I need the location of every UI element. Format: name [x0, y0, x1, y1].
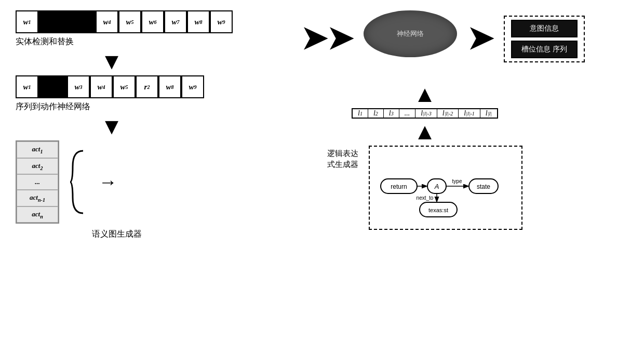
- label-semantic-gen: 语义图生成器: [26, 229, 208, 240]
- logic-graph-svg: return A state texas:st type: [378, 153, 513, 221]
- logic-graph: return A state texas:st type: [369, 146, 522, 230]
- logic-sequence: l1 l2 l3 ... l|l|-3 l|l|-2 l|l|-1 l|l|: [352, 108, 498, 119]
- seq-cell-r2b: r2: [136, 75, 158, 98]
- seq-cell-w4b: w4: [90, 75, 113, 98]
- output-intent: 意图信息: [511, 20, 578, 37]
- svg-text:A: A: [434, 183, 439, 190]
- seq-cell-black: [38, 10, 96, 33]
- arrow-up-from-logic: ▲: [413, 121, 436, 144]
- seq-cell-w1: w1: [16, 10, 38, 33]
- logic-seq-l1: l1: [353, 109, 368, 118]
- arrow-right-action: →: [99, 171, 117, 193]
- curly-brace: [68, 146, 88, 218]
- top-sequence: w1 w4 w5 w6 w7 w8 w9: [16, 10, 208, 33]
- output-slot: 槽位信息 序列: [511, 41, 578, 58]
- output-box: 意图信息 槽位信息 序列: [504, 16, 585, 62]
- logic-seq-dots: ...: [399, 109, 416, 118]
- arrow-up-to-nn: ▲: [413, 83, 436, 106]
- big-arrow-from-nn: ➤: [467, 23, 493, 54]
- svg-text:return: return: [391, 183, 407, 190]
- arrow-down-2: ▼: [16, 115, 208, 138]
- logic-seq-l: l|l|: [480, 109, 497, 118]
- logic-seq-l-3: l|l|-3: [415, 109, 437, 118]
- svg-text:state: state: [477, 183, 490, 190]
- seq-cell-w9: w9: [210, 10, 233, 33]
- middle-sequence: w1 w3 w4 w5 r2 w8 w9: [16, 75, 208, 98]
- seq-cell-w5b: w5: [113, 75, 136, 98]
- logic-seq-l-2: l|l|-2: [437, 109, 459, 118]
- action-cell-n: actn: [17, 206, 58, 223]
- seq-cell-blackb: [38, 75, 67, 98]
- action-cell-dots: ...: [17, 174, 58, 190]
- action-cell-n1: actn-1: [17, 190, 58, 206]
- seq-cell-w5: w5: [118, 10, 141, 33]
- label-seq-to-action: 序列到动作神经网络: [16, 101, 208, 112]
- neural-network-blob: 神经网络: [364, 10, 457, 57]
- seq-cell-w8: w8: [187, 10, 210, 33]
- action-cell-2: act2: [17, 158, 58, 175]
- action-cell-1: act1: [17, 141, 58, 158]
- diagram-container: w1 w4 w5 w6 w7 w8 w9 实体检测和替换 ▼ w1 w3 w4 …: [0, 0, 644, 337]
- svg-text:type: type: [452, 178, 462, 184]
- nn-label: 神经网络: [397, 29, 424, 38]
- left-column: w1 w4 w5 w6 w7 w8 w9 实体检测和替换 ▼ w1 w3 w4 …: [16, 10, 208, 243]
- seq-cell-w4: w4: [96, 10, 118, 33]
- svg-text:next_to: next_to: [417, 195, 434, 201]
- label-entity-replace: 实体检测和替换: [16, 36, 208, 47]
- label-logic-gen: 逻辑表达式生成器: [327, 148, 358, 170]
- svg-text:texas:st: texas:st: [428, 207, 448, 213]
- seq-cell-w9b: w9: [181, 75, 204, 98]
- arrow-down-1: ▼: [16, 50, 208, 73]
- logic-seq-l3: l3: [384, 109, 399, 118]
- big-arrow-to-nn-2: ➤: [327, 23, 353, 54]
- logic-seq-l2: l2: [368, 109, 384, 118]
- logic-seq-l-1: l|l|-1: [459, 109, 480, 118]
- seq-cell-w8b: w8: [158, 75, 181, 98]
- seq-cell-w1b: w1: [16, 75, 38, 98]
- action-stack: act1 act2 ... actn-1 actn: [16, 140, 59, 224]
- big-arrow-to-nn: ➤: [301, 23, 327, 54]
- seq-cell-w3b: w3: [67, 75, 90, 98]
- seq-cell-w7: w7: [164, 10, 187, 33]
- seq-cell-w6: w6: [141, 10, 164, 33]
